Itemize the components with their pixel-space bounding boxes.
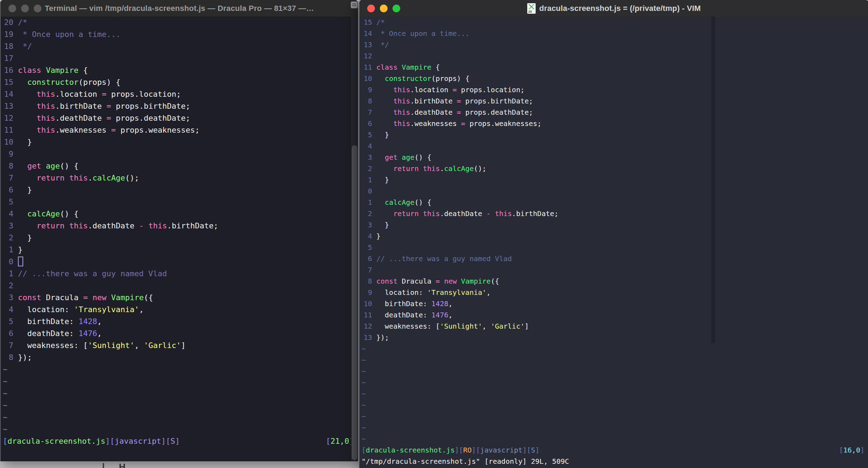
traffic-lights [8,0,42,17]
vim-statusline: [dracula-screenshot.js][RO][javascript][… [359,444,868,456]
code-line: 11 this.weaknesses = props.weaknesses; [1,124,358,136]
line-number: 6 [1,184,13,196]
vim-cursor [18,257,23,266]
code-line: 7 [359,264,868,276]
code-token: this [393,97,410,105]
code-token: .weaknesses [55,126,111,134]
code-token: = [111,126,116,134]
code-token: . [440,164,444,173]
code-token: deathDate: [18,329,78,338]
tilde-row: ~ [1,387,358,399]
code-token: = [453,86,457,94]
tilde-row: ~ [359,354,868,366]
macvim-window[interactable]: dracula-screenshot.js = (/private/tmp) -… [359,0,868,468]
code-token: Dracula [397,277,435,285]
vim-buffer[interactable]: 20/*19 * Once upon a time...18 */1716cla… [1,17,358,461]
code-token: (); [125,173,139,182]
code-line: 8}); [1,352,358,363]
code-token: - [139,221,143,230]
code-line: 0 [359,185,868,197]
code-token: calcAge [444,164,474,173]
code-line: 5 [1,196,358,208]
code-token: (); [474,164,486,173]
code-token: .location [55,90,102,99]
code-token [419,209,423,218]
vim-buffer[interactable]: 15/*14 * Once upon a time...13 */1211cla… [359,17,868,468]
code-token: () { [60,162,78,170]
code-token: , [482,322,491,330]
macvim-titlebar[interactable]: dracula-screenshot.js = (/private/tmp) -… [359,0,868,17]
code-token: weaknesses: [ [376,322,440,330]
scrollbar-marker-icon[interactable] [351,1,358,8]
code-token: class [376,63,397,71]
zoom-button[interactable] [34,5,42,12]
code-line: 5 } [359,129,868,140]
zoom-button[interactable] [392,5,400,12]
line-number: 11 [1,124,13,136]
code-token: , [448,299,453,308]
code-token: = [461,119,465,128]
line-number: 2 [1,232,13,244]
code-line: 12 this.deathDate = props.deathDate; [1,112,358,124]
code-line: 3const Dracula = new Vampire({ [1,292,358,304]
code-line: 13 this.birthDate = props.birthDate; [1,100,358,112]
line-number: 7 [1,340,13,352]
code-line: 1// ...there was a guy named Vlad [1,268,358,280]
close-button[interactable] [367,5,375,12]
line-number: 20 [1,17,13,29]
tilde-row: ~ [359,366,868,377]
vim-command-line [1,447,358,459]
code-token [41,162,46,170]
code-token: props.deathDate; [111,114,190,122]
code-token: = [83,293,88,302]
code-token [18,173,37,182]
code-token: location: [18,305,74,314]
code-token: return [37,173,64,182]
minimize-button[interactable] [380,5,388,12]
code-line: 12 weaknesses: ['Sunlight', 'Garlic'] [359,321,868,332]
code-token: } [376,221,389,229]
code-token: // ...there was a guy named Vlad [376,254,512,263]
code-token: [ [362,446,366,454]
code-line: 13 */ [359,39,868,50]
scrollbar-thumb[interactable] [352,145,357,460]
line-number: 3 [359,152,372,163]
code-token: * Once upon a time... [18,30,120,39]
terminal-window[interactable]: Terminal — vim /tmp/dracula-screenshot.j… [0,0,358,461]
code-line: 1 calcAge() { [359,197,868,208]
line-number: 15 [359,17,372,28]
code-token: props.deathDate; [461,108,533,116]
minimize-button[interactable] [21,5,29,12]
code-line: 8 get age() { [1,160,358,172]
line-number: 0 [359,185,372,197]
tilde-row: ~ [359,399,868,411]
code-token: 1428 [432,299,448,308]
scrollbar[interactable] [351,17,358,461]
line-number: 13 [359,39,372,50]
code-line: 11 deathDate: 1476, [359,309,868,321]
terminal-titlebar[interactable]: Terminal — vim /tmp/dracula-screenshot.j… [1,0,358,17]
code-token: /* [18,18,27,27]
code-token: return [393,209,419,218]
code-line: 4 calcAge() { [1,208,358,220]
code-token [397,63,402,71]
line-number: 15 [1,76,13,88]
code-token [18,90,37,99]
tilde-row: ~ [1,423,358,435]
code-token: Vampire [461,277,491,285]
code-token [88,293,92,302]
code-token [18,126,37,134]
code-token: () { [414,153,431,162]
code-token [376,86,393,94]
code-line: 13}); [359,332,868,343]
code-token: 'Transylvania' [74,305,139,314]
line-number: 4 [359,230,372,242]
code-token [376,108,393,116]
line-number: 8 [1,160,13,172]
close-button[interactable] [8,5,16,12]
code-token: calcAge [92,173,125,182]
code-line: 1 } [359,174,868,185]
code-token: ] [175,437,180,445]
code-token: ] [524,322,529,330]
code-token: Vampire [46,66,78,75]
